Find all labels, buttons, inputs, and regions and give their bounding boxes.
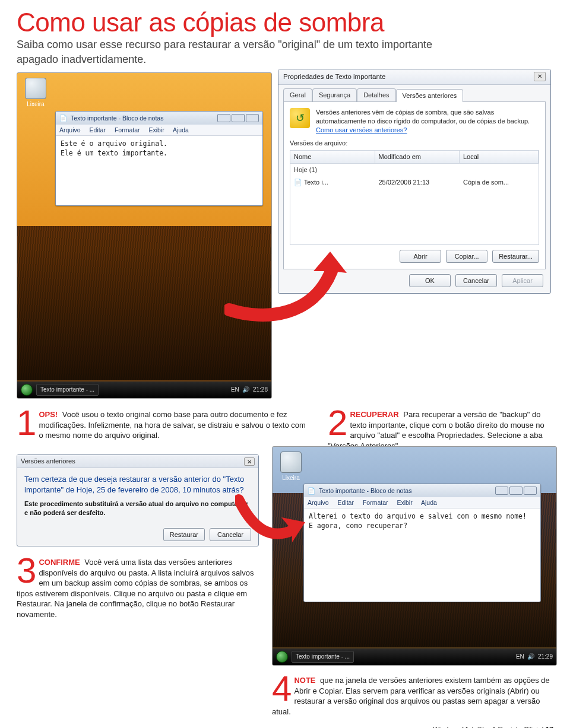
maximize-button[interactable] <box>232 114 245 122</box>
menu-format[interactable]: Formatar <box>363 499 388 506</box>
text-area[interactable]: Este é o arquivo original. Ele é um text… <box>56 136 262 161</box>
step-lead: NOTE <box>294 676 315 685</box>
tab-security[interactable]: Segurança <box>312 88 357 101</box>
restore-button[interactable]: Restaurar... <box>492 250 539 263</box>
step-number: 3 <box>17 557 36 584</box>
confirm-dialog: Versões anteriores ✕ Tem certeza de que … <box>17 454 259 546</box>
step-number: 2 <box>328 409 347 436</box>
list-label: Versões de arquivo: <box>290 139 539 148</box>
dialog-titlebar[interactable]: Propriedades de Texto importante ✕ <box>278 69 550 85</box>
recycle-bin-icon[interactable]: Lixeira <box>23 78 48 109</box>
system-tray[interactable]: EN 🔊 21:29 <box>516 653 553 661</box>
menubar[interactable]: Arquivo Editar Formatar Exibir Ajuda <box>56 125 262 136</box>
confirm-warning: Este procedimento substituirá a versão a… <box>24 500 251 517</box>
text-line: Este é o arquivo original. <box>61 139 258 149</box>
menu-help[interactable]: Ajuda <box>173 126 189 133</box>
step-body: Você usou o texto original como base par… <box>39 410 305 440</box>
lang-indicator[interactable]: EN <box>516 653 524 660</box>
apply-button[interactable]: Aplicar <box>502 274 543 287</box>
tab-strip: Geral Segurança Detalhes Versões anterio… <box>283 88 546 101</box>
versions-list[interactable]: Nome Modificado em Local Hoje (1) 📄 Text… <box>290 150 539 245</box>
step-row-1-2: 1 OPS! Você usou o texto original como b… <box>17 409 553 451</box>
step-1: 1 OPS! Você usou o texto original como b… <box>17 409 310 451</box>
window-title: Texto importante - Bloco de notas <box>71 114 163 122</box>
col-location[interactable]: Local <box>460 151 539 164</box>
start-button[interactable] <box>276 651 288 663</box>
cell-name: 📄 Texto i... <box>290 176 375 189</box>
list-row[interactable]: 📄 Texto i... 25/02/2008 21:13 Cópia de s… <box>290 176 539 189</box>
desktop-screenshot: Lixeira 📄 Texto importante - Bloco de no… <box>17 72 272 399</box>
menu-edit[interactable]: Editar <box>338 499 354 506</box>
clock[interactable]: 21:29 <box>538 653 553 660</box>
notepad-icon: 📄 <box>308 487 315 495</box>
col-modified[interactable]: Modificado em <box>375 151 460 164</box>
close-button[interactable] <box>524 487 537 495</box>
menu-view[interactable]: Exibir <box>397 499 412 506</box>
footer-tag: – A Revista Oficial <box>484 726 545 728</box>
arrow-icon <box>224 239 349 328</box>
arrow-icon <box>235 494 306 547</box>
hero-composite: Lixeira 📄 Texto importante - Bloco de no… <box>17 72 553 405</box>
window-titlebar[interactable]: 📄 Texto importante - Bloco de notas <box>304 484 540 497</box>
window-titlebar[interactable]: 📄 Texto importante - Bloco de notas <box>56 112 262 125</box>
open-button[interactable]: Abrir <box>400 250 441 263</box>
notepad-window-modified: 📄 Texto importante - Bloco de notas Arqu… <box>303 484 541 602</box>
menu-file[interactable]: Arquivo <box>59 126 81 133</box>
page-title: Como usar as cópias de sombra <box>17 5 553 40</box>
menubar[interactable]: Arquivo Editar Formatar Exibir Ajuda <box>304 497 540 508</box>
close-icon[interactable]: ✕ <box>534 72 546 81</box>
close-icon[interactable]: ✕ <box>244 457 255 466</box>
tab-previous-versions[interactable]: Versões anteriores <box>396 89 464 102</box>
step-4: 4 NOTE que na janela de versões anterior… <box>272 675 557 717</box>
svg-marker-0 <box>314 252 347 273</box>
list-group[interactable]: Hoje (1) <box>290 164 539 176</box>
start-button[interactable] <box>21 384 33 396</box>
taskbar[interactable]: Texto importante - ... EN 🔊 21:28 <box>17 382 271 398</box>
step-3: 3 CONFIRME Você verá uma lista das versõ… <box>17 557 260 619</box>
text-line: Alterei o texto do arquivo e salvei com … <box>309 512 536 522</box>
icon-label: Lixeira <box>282 475 299 481</box>
trash-icon <box>280 452 302 473</box>
text-line: E agora, como recuperar? <box>309 522 536 531</box>
menu-file[interactable]: Arquivo <box>308 499 329 506</box>
tab-general[interactable]: Geral <box>283 88 312 101</box>
copy-button[interactable]: Copiar... <box>446 250 487 263</box>
dialog-title: Versões anteriores <box>21 457 75 466</box>
minimize-button[interactable] <box>495 487 508 495</box>
menu-help[interactable]: Ajuda <box>421 499 437 506</box>
window-title: Texto importante - Bloco de notas <box>319 487 411 495</box>
recycle-bin-icon[interactable]: Lixeira <box>278 452 303 482</box>
versions-icon <box>290 108 310 128</box>
dialog-titlebar[interactable]: Versões anteriores ✕ <box>17 455 258 468</box>
system-tray[interactable]: EN 🔊 21:28 <box>231 386 268 394</box>
notepad-window-original: 📄 Texto importante - Bloco de notas Arqu… <box>55 111 263 206</box>
close-button[interactable] <box>246 114 259 122</box>
list-header[interactable]: Nome Modificado em Local <box>290 151 539 164</box>
clock[interactable]: 21:28 <box>253 386 268 393</box>
minimize-button[interactable] <box>217 114 230 122</box>
step-number: 4 <box>272 675 292 702</box>
menu-edit[interactable]: Editar <box>90 126 106 133</box>
taskbar-item[interactable]: Texto importante - ... <box>36 384 99 396</box>
tab-details[interactable]: Detalhes <box>357 88 395 101</box>
taskbar[interactable]: Texto importante - ... EN 🔊 21:29 <box>273 648 556 665</box>
lang-indicator[interactable]: EN <box>231 386 239 393</box>
icon-label: Lixeira <box>27 101 44 107</box>
cancel-button[interactable]: Cancelar <box>455 274 497 287</box>
page-number: 17 <box>546 726 553 728</box>
step-lead: RECUPERAR <box>350 410 398 419</box>
menu-format[interactable]: Formatar <box>115 126 140 133</box>
maximize-button[interactable] <box>509 487 522 495</box>
menu-view[interactable]: Exibir <box>148 126 164 133</box>
step-lead: CONFIRME <box>39 558 80 567</box>
desktop-screenshot-2: Lixeira 📄 Texto importante - Bloco de no… <box>272 446 557 666</box>
page-subtitle: Saiba como usar esse recurso para restau… <box>17 37 444 66</box>
help-link[interactable]: Como usar versões anteriores? <box>316 126 407 133</box>
text-area[interactable]: Alterei o texto do arquivo e salvei com … <box>304 508 540 534</box>
step-body: Você verá uma lista das versões anterior… <box>17 558 254 619</box>
ok-button[interactable]: OK <box>409 274 451 287</box>
col-name[interactable]: Nome <box>290 151 375 164</box>
dialog-description: Versões anteriores vêm de cópias de somb… <box>316 108 539 135</box>
restore-button[interactable]: Restaurar <box>163 528 205 541</box>
taskbar-item[interactable]: Texto importante - ... <box>292 651 354 663</box>
